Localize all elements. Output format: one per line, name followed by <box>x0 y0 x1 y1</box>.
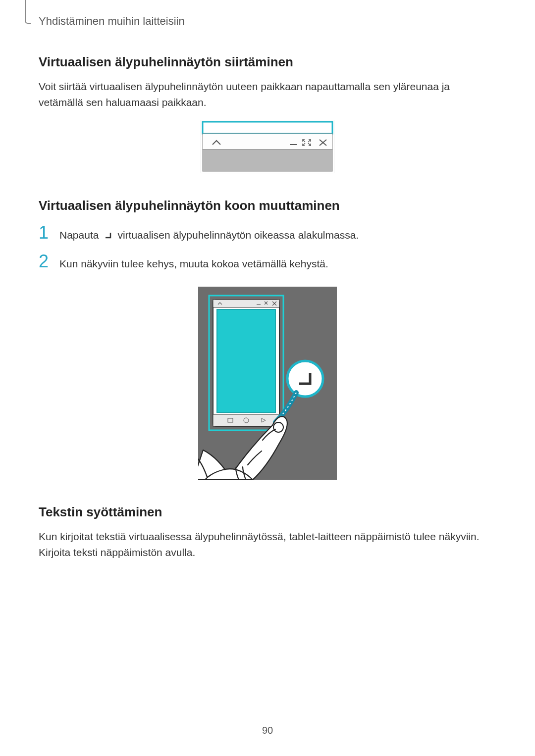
paragraph-move-screen: Voit siirtää virtuaalisen älypuhelinnäyt… <box>39 79 496 110</box>
figure-resize-gesture <box>198 287 337 480</box>
svg-rect-20 <box>217 309 275 412</box>
step-2-text: Kun näkyviin tulee kehys, muuta kokoa ve… <box>59 256 328 272</box>
step-1-post: virtuaalisen älypuhelinnäytön oikeassa a… <box>117 227 359 243</box>
section-text-input: Tekstin syöttäminen Kun kirjoitat teksti… <box>39 504 496 560</box>
heading-resize-screen: Virtuaalisen älypuhelinnäytön koon muutt… <box>39 198 496 213</box>
page-content: Virtuaalisen älypuhelinnäytön siirtämine… <box>39 54 496 570</box>
svg-rect-10 <box>203 150 332 171</box>
svg-rect-2 <box>203 134 332 150</box>
paragraph-text-input: Kun kirjoitat tekstiä virtuaalisessa äly… <box>39 529 496 560</box>
step-1-text: Napauta virtuaalisen älypuhelinnäytön oi… <box>59 227 359 243</box>
step-number-2: 2 <box>39 251 52 272</box>
svg-point-24 <box>287 361 323 397</box>
section-breadcrumb: Yhdistäminen muihin laitteisiin <box>39 15 185 28</box>
svg-rect-21 <box>213 414 279 426</box>
svg-rect-14 <box>213 300 279 307</box>
figure-titlebar-mock <box>201 120 334 173</box>
svg-rect-1 <box>203 122 332 134</box>
step-2: 2 Kun näkyviin tulee kehys, muuta kokoa … <box>39 251 496 272</box>
step-1: 1 Napauta virtuaalisen älypuhelinnäytön … <box>39 222 496 243</box>
step-1-pre: Napauta <box>59 227 99 243</box>
resize-corner-icon <box>103 230 113 241</box>
heading-move-screen: Virtuaalisen älypuhelinnäytön siirtämine… <box>39 54 496 70</box>
step-number-1: 1 <box>39 222 52 243</box>
page-edge-tab <box>25 0 31 24</box>
heading-text-input: Tekstin syöttäminen <box>39 504 496 520</box>
section-resize: Virtuaalisen älypuhelinnäytön koon muutt… <box>39 198 496 480</box>
page-number: 90 <box>0 725 535 736</box>
